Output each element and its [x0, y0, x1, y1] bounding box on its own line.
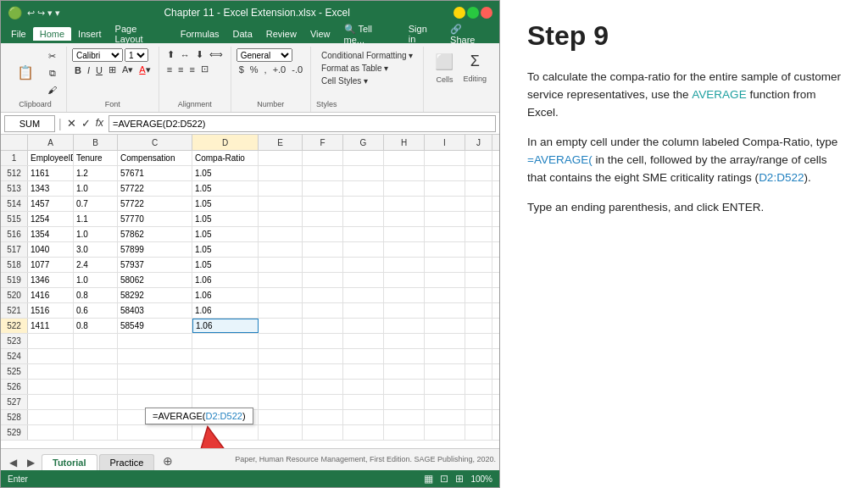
- row-number[interactable]: 528: [1, 410, 28, 424]
- cut-button[interactable]: ✂: [43, 48, 61, 64]
- cell-empty[interactable]: [425, 349, 465, 363]
- cell-empty[interactable]: [343, 151, 384, 165]
- cell-a-523[interactable]: [28, 334, 74, 348]
- cell-c-519[interactable]: 58062: [118, 273, 192, 287]
- cell-c-518[interactable]: 57937: [118, 258, 192, 272]
- cell-b-513[interactable]: 1.0: [74, 181, 118, 196]
- fill-color-button[interactable]: A▾: [120, 64, 136, 76]
- cell-c-522[interactable]: 58549: [118, 319, 192, 333]
- menu-sign-in[interactable]: Sign in: [402, 22, 443, 46]
- cell-empty[interactable]: [343, 334, 384, 348]
- cell-empty[interactable]: [303, 303, 343, 318]
- cell-empty[interactable]: [425, 166, 465, 180]
- cell-a-512[interactable]: 1161: [28, 166, 74, 180]
- cell-d-529[interactable]: [192, 425, 259, 440]
- cell-empty[interactable]: [259, 258, 303, 272]
- cell-empty[interactable]: [465, 303, 492, 318]
- cells-button[interactable]: ⬜: [429, 48, 459, 75]
- cell-a-522[interactable]: 1411: [28, 319, 74, 333]
- sheet-tab-practice[interactable]: Practice: [99, 454, 155, 470]
- cell-a-1[interactable]: EmployeeID: [28, 151, 74, 165]
- cell-empty[interactable]: [343, 212, 384, 226]
- cell-empty[interactable]: [384, 212, 425, 226]
- cell-empty[interactable]: [425, 258, 465, 272]
- cell-empty[interactable]: [384, 181, 425, 196]
- cell-a-519[interactable]: 1346: [28, 273, 74, 287]
- format-as-table-button[interactable]: Format as Table ▾: [320, 63, 415, 74]
- row-number[interactable]: 521: [1, 303, 28, 318]
- name-box[interactable]: SUM: [4, 115, 55, 132]
- cell-b-517[interactable]: 3.0: [74, 242, 118, 257]
- cell-empty[interactable]: [384, 242, 425, 257]
- row-number[interactable]: 512: [1, 166, 28, 180]
- cell-styles-button[interactable]: Cell Styles ▾: [320, 75, 415, 86]
- cell-empty[interactable]: [465, 197, 492, 211]
- conditional-formatting-button[interactable]: Conditional Formatting ▾: [320, 50, 415, 61]
- copy-button[interactable]: ⧉: [43, 65, 61, 81]
- font-color-button[interactable]: A▾: [136, 64, 153, 76]
- cell-empty[interactable]: [259, 425, 303, 440]
- cell-empty[interactable]: [303, 349, 343, 363]
- cell-empty[interactable]: [303, 181, 343, 196]
- cell-empty[interactable]: [425, 364, 465, 379]
- menu-view[interactable]: View: [303, 27, 337, 41]
- col-header-b[interactable]: B: [74, 135, 118, 150]
- row-number[interactable]: 514: [1, 197, 28, 211]
- cell-empty[interactable]: [303, 258, 343, 272]
- cell-empty[interactable]: [425, 410, 465, 424]
- row-number[interactable]: 517: [1, 242, 28, 257]
- cell-a-520[interactable]: 1416: [28, 288, 74, 302]
- cell-empty[interactable]: [384, 380, 425, 394]
- bold-button[interactable]: B: [72, 64, 84, 76]
- cell-empty[interactable]: [425, 227, 465, 241]
- cell-empty[interactable]: [343, 319, 384, 333]
- menu-data[interactable]: Data: [226, 27, 259, 41]
- italic-button[interactable]: I: [85, 64, 92, 76]
- cell-empty[interactable]: [303, 212, 343, 226]
- next-sheet-button[interactable]: ▶: [22, 455, 40, 470]
- cell-empty[interactable]: [343, 395, 384, 409]
- cell-empty[interactable]: [465, 425, 492, 440]
- cell-a-529[interactable]: [28, 425, 74, 440]
- cell-d-524[interactable]: [192, 349, 259, 363]
- cell-empty[interactable]: [425, 303, 465, 318]
- cell-empty[interactable]: [465, 380, 492, 394]
- cell-b-529[interactable]: [74, 425, 118, 440]
- cell-empty[interactable]: [303, 227, 343, 241]
- cell-empty[interactable]: [259, 364, 303, 379]
- cell-empty[interactable]: [465, 334, 492, 348]
- cell-empty[interactable]: [425, 151, 465, 165]
- cell-empty[interactable]: [465, 181, 492, 196]
- cell-empty[interactable]: [425, 288, 465, 302]
- cell-empty[interactable]: [343, 380, 384, 394]
- number-format-select[interactable]: General: [236, 48, 292, 62]
- cell-empty[interactable]: [259, 242, 303, 257]
- cell-empty[interactable]: [343, 364, 384, 379]
- cell-empty[interactable]: [384, 349, 425, 363]
- cell-empty[interactable]: [303, 334, 343, 348]
- cell-empty[interactable]: [259, 288, 303, 302]
- cell-c-516[interactable]: 57862: [118, 227, 192, 241]
- align-center-button[interactable]: ≡: [175, 63, 186, 75]
- prev-sheet-button[interactable]: ◀: [4, 455, 22, 470]
- row-number[interactable]: 520: [1, 288, 28, 302]
- cell-b-514[interactable]: 0.7: [74, 197, 118, 211]
- cell-d-525[interactable]: [192, 364, 259, 379]
- cell-empty[interactable]: [343, 242, 384, 257]
- menu-home[interactable]: Home: [33, 27, 71, 41]
- cell-a-527[interactable]: [28, 395, 74, 409]
- cell-empty[interactable]: [259, 334, 303, 348]
- cell-b-526[interactable]: [74, 380, 118, 394]
- cell-c-513[interactable]: 57722: [118, 181, 192, 196]
- cell-empty[interactable]: [303, 319, 343, 333]
- cell-c-523[interactable]: [118, 334, 192, 348]
- cell-empty[interactable]: [259, 395, 303, 409]
- cell-c-529[interactable]: [118, 425, 192, 440]
- cell-d-521[interactable]: 1.06: [192, 303, 259, 318]
- cell-a-515[interactable]: 1254: [28, 212, 74, 226]
- cell-empty[interactable]: [384, 334, 425, 348]
- cell-b-524[interactable]: [74, 349, 118, 363]
- row-number[interactable]: 516: [1, 227, 28, 241]
- cell-empty[interactable]: [465, 151, 492, 165]
- minimize-button[interactable]: [453, 7, 465, 19]
